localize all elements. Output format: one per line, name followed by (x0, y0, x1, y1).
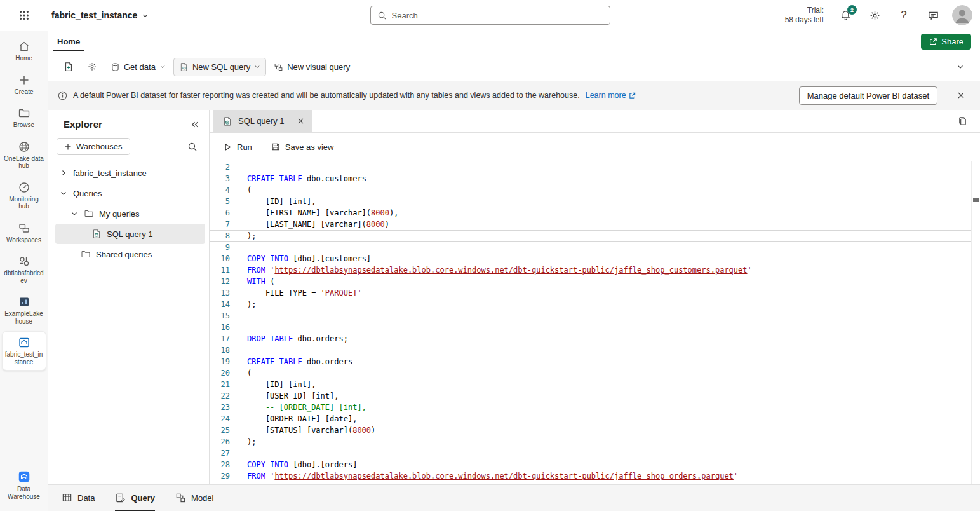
rail-item-monitoring-hub[interactable]: Monitoring hub (3, 177, 46, 215)
code-line-15[interactable]: 15 (210, 310, 971, 322)
tab-home[interactable]: Home (53, 32, 84, 51)
rail-item-examplelakehouse[interactable]: ExampleLakehouse (3, 291, 46, 329)
code-line-25[interactable]: 25 [STATUS] [varchar](8000) (210, 425, 971, 436)
save-as-view-button[interactable]: Save as view (265, 139, 340, 156)
manage-dataset-button[interactable]: Manage default Power BI dataset (799, 86, 937, 105)
code-line-22[interactable]: 22 [USER_ID] [int], (210, 390, 971, 402)
avatar[interactable] (952, 5, 972, 25)
code-line-12[interactable]: 12WITH ( (210, 276, 971, 287)
view-tab-model[interactable]: Model (175, 485, 213, 511)
code-line-17[interactable]: 17DROP TABLE dbo.orders; (210, 333, 971, 344)
line-number: 28 (210, 459, 232, 470)
rail-item-create[interactable]: Create (3, 69, 46, 100)
tree-item-my-queries[interactable]: My queries (55, 203, 205, 224)
learn-more-link[interactable]: Learn more (586, 91, 636, 100)
view-tab-data[interactable]: Data (62, 485, 95, 511)
top-bar: fabric_test_instance Trial: 58 days left… (0, 0, 980, 31)
ribbon-collapse-button[interactable] (951, 58, 970, 75)
feedback-button[interactable] (923, 5, 943, 25)
warehouse-settings-button[interactable] (81, 57, 103, 76)
left-rail: HomeCreateBrowseOneLake data hubMonitori… (0, 31, 48, 511)
help-icon: ? (901, 9, 906, 22)
code-line-26[interactable]: 26); (210, 436, 971, 447)
code-text: ); (247, 436, 256, 447)
app-launcher-button[interactable] (0, 10, 48, 21)
chevron-down-icon[interactable] (70, 210, 79, 217)
code-line-14[interactable]: 14); (210, 299, 971, 310)
code-line-24[interactable]: 24 [ORDER_DATE] [date], (210, 413, 971, 425)
rail-item-label: Home (15, 55, 32, 62)
settings-button[interactable] (864, 5, 885, 25)
code-line-10[interactable]: 10COPY INTO [dbo].[customers] (210, 253, 971, 264)
rail-item-label: dbtlabsfabricdev (4, 269, 44, 284)
banner-close-button[interactable] (951, 85, 971, 106)
search-input[interactable] (392, 11, 603, 20)
sql-editor[interactable]: 23CREATE TABLE dbo.customers4(5 [ID] [in… (210, 161, 980, 484)
copy-button[interactable] (952, 111, 972, 132)
code-line-8[interactable]: 8); (210, 230, 971, 242)
code-line-20[interactable]: 20( (210, 367, 971, 379)
rail-item-onelake-data-hub[interactable]: OneLake data hub (3, 136, 46, 174)
warehouse-icon (18, 336, 30, 349)
code-line-23[interactable]: 23 -- [ORDER_DATE] [int], (210, 402, 971, 413)
code-line-3[interactable]: 3CREATE TABLE dbo.customers (210, 173, 971, 184)
line-number: 6 (210, 207, 232, 219)
code-line-7[interactable]: 7 [LAST_NAME] [varchar](8000) (210, 219, 971, 230)
code-line-9[interactable]: 9 (210, 242, 971, 253)
rail-item-data-warehouse[interactable]: Data Warehouse (3, 465, 46, 505)
editor-scrollbar[interactable] (971, 161, 980, 484)
chevron-down-icon[interactable] (59, 189, 68, 197)
code-line-29[interactable]: 29FROM 'https://dbtlabsynapsedatalake.bl… (210, 470, 971, 482)
help-button[interactable]: ? (894, 5, 914, 25)
run-button[interactable]: Run (217, 139, 258, 156)
get-data-button[interactable]: Get data (105, 58, 171, 76)
rail-item-home[interactable]: Home (3, 36, 46, 67)
add-warehouses-button[interactable]: Warehouses (57, 138, 130, 155)
explorer-search-button[interactable] (187, 142, 198, 152)
line-number: 7 (210, 219, 232, 230)
code-text: [LAST_NAME] [varchar](8000) (247, 219, 389, 230)
code-line-5[interactable]: 5 [ID] [int], (210, 196, 971, 207)
new-visual-query-button[interactable]: New visual query (268, 58, 356, 76)
learn-more-label: Learn more (586, 91, 626, 100)
feedback-icon (927, 10, 939, 22)
code-text: COPY INTO [dbo].[orders] (247, 459, 357, 470)
chevron-right-icon[interactable] (59, 169, 68, 177)
view-tab-query[interactable]: Query (115, 485, 155, 511)
tree-item-sql-query-1[interactable]: SQL query 1 (55, 224, 205, 244)
folder-icon (84, 208, 94, 219)
code-line-4[interactable]: 4( (210, 184, 971, 196)
share-button[interactable]: Share (921, 34, 971, 50)
code-line-6[interactable]: 6 [FIRST_NAME] [varchar](8000), (210, 207, 971, 219)
lakehouse-icon (18, 296, 30, 308)
code-line-18[interactable]: 18 (210, 344, 971, 356)
code-line-2[interactable]: 2 (210, 161, 971, 173)
notifications-button[interactable]: 2 (835, 5, 856, 25)
code-line-28[interactable]: 28COPY INTO [dbo].[orders] (210, 459, 971, 470)
query-tab[interactable]: SQL query 1 (213, 110, 312, 133)
code-line-13[interactable]: 13 FILE_TYPE = 'PARQUET' (210, 287, 971, 299)
chevron-down-icon (957, 63, 964, 71)
ribbon-toolbar: Get data SQL New SQL query (48, 53, 980, 81)
code-text: FROM 'https://dbtlabsynapsedatalake.blob… (247, 470, 738, 482)
rail-item-dbtlabsfabricdev[interactable]: dbtlabsfabricdev (3, 250, 46, 289)
rail-item-fabric-test-instance[interactable]: fabric_test_instance (3, 332, 46, 370)
code-line-16[interactable]: 16 (210, 322, 971, 333)
new-item-button[interactable] (58, 57, 79, 76)
code-line-11[interactable]: 11FROM 'https://dbtlabsynapsedatalake.bl… (210, 264, 971, 276)
workspace-switcher[interactable]: fabric_test_instance (48, 8, 152, 23)
tree-item-shared-queries[interactable]: Shared queries (55, 244, 205, 264)
line-number: 11 (210, 264, 232, 276)
rail-item-workspaces[interactable]: Workspaces (3, 217, 46, 249)
tree-item-fabric-test-instance[interactable]: fabric_test_instance (55, 163, 205, 183)
workspace-column: Home Share (48, 31, 980, 511)
data-grid-icon (62, 493, 72, 503)
rail-item-browse[interactable]: Browse (3, 102, 46, 133)
new-sql-query-button[interactable]: SQL New SQL query (173, 58, 266, 76)
code-line-21[interactable]: 21 [ID] [int], (210, 379, 971, 390)
tree-item-queries[interactable]: Queries (55, 183, 205, 203)
collapse-explorer-button[interactable] (191, 121, 199, 128)
close-tab-button[interactable] (295, 116, 306, 126)
code-line-27[interactable]: 27 (210, 447, 971, 459)
code-line-19[interactable]: 19CREATE TABLE dbo.orders (210, 356, 971, 367)
